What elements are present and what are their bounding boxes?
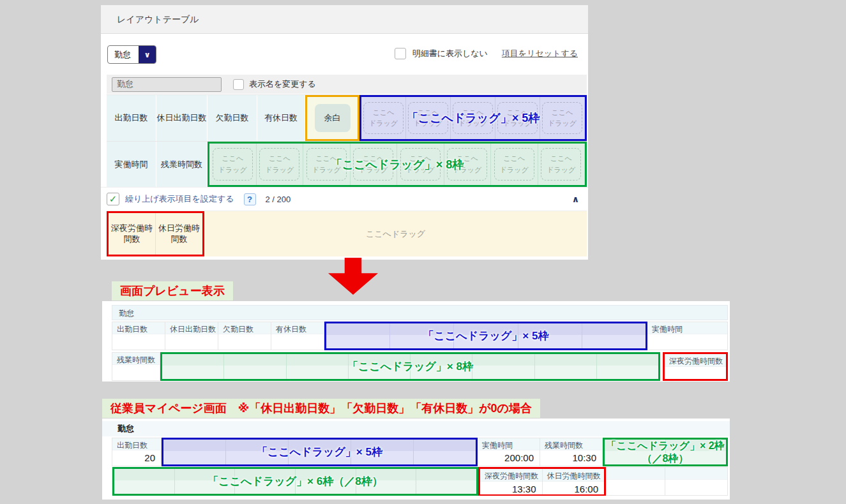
drag-placeholder: ここへドラッグ [447, 148, 487, 180]
annotation-orange-box: 余白 [305, 95, 359, 141]
mypage-section-label: 従業員マイページ画面 ※「休日出勤日数」「欠勤日数」「有休日数」が0の場合 [102, 399, 540, 418]
layout-table-panel: レイアウトテーブル 勤怠 ∨ 明細書に表示しない 項目をリセットする 表示名を変… [101, 5, 588, 260]
column-value [218, 334, 271, 350]
drag-placeholder-text: ここへ [363, 154, 384, 162]
drag-placeholder-text: ドラッグ [265, 166, 294, 174]
category-select[interactable]: 勤怠 ∨ [107, 45, 156, 64]
collapse-chevron-icon[interactable]: ∧ [572, 194, 579, 204]
drag-placeholder: ここへドラッグ [259, 148, 299, 180]
panel-title: レイアウトテーブル [101, 5, 588, 34]
column-value [665, 367, 726, 379]
preview-column: 実働時間 [647, 322, 728, 350]
drag-placeholder: ここへドラッグ [353, 148, 393, 180]
hide-on-statement-checkbox[interactable] [395, 48, 406, 59]
drag-target-cell[interactable]: ここへドラッグ [540, 97, 585, 139]
drag-target-cell[interactable]: ここへドラッグ [361, 97, 406, 139]
item-cell[interactable]: 休日出勤日数 [156, 95, 208, 141]
help-icon[interactable]: ? [244, 193, 256, 205]
mypage-column [606, 467, 665, 496]
mypage-panel: 勤怠 出勤日数 20 「ここへドラッグ」× 5枠 実働時間 200:00 残業時… [102, 419, 730, 500]
drag-target-cell[interactable]: ここへドラッグ [491, 144, 538, 185]
column-label: 残業時間数 [112, 352, 160, 365]
column-value [271, 334, 324, 350]
drag-placeholder-text: ここへ [222, 154, 243, 162]
check-icon: ✓ [109, 193, 117, 205]
drag-placeholder-text: ドラッグ [503, 119, 532, 127]
item-cell[interactable]: 欠勤日数 [208, 95, 257, 141]
mypage-column [665, 467, 728, 496]
drag-placeholder-text: ここへ [507, 108, 529, 116]
column-label: 実働時間 [478, 438, 540, 450]
rollup-checkbox[interactable]: ✓ [107, 193, 119, 205]
drag-target-cell[interactable]: ここへドラッグ [495, 97, 540, 139]
column-value [112, 334, 165, 350]
mypage-column: 深夜労働時間数 13:30 [480, 469, 543, 494]
display-name-bar: 表示名を変更する [107, 75, 587, 94]
column-value: 16:00 [543, 482, 605, 494]
preview-column: 有休日数 [271, 322, 324, 350]
preview-table-header: 勤怠 [112, 305, 728, 320]
drag-target-cell[interactable]: ここへドラッグ [406, 97, 451, 139]
column-label: 深夜労働時間数 [665, 354, 726, 367]
drag-target-cell[interactable]: ここへドラッグ [444, 144, 492, 185]
drag-placeholder-text: ドラッグ [414, 119, 442, 127]
drag-placeholder-text: ここへ [462, 108, 484, 116]
column-value [647, 334, 727, 350]
drag-target-cell[interactable]: ここへドラッグ [351, 144, 398, 185]
annotation-red-box: 深夜労働時間数 13:30 休日労働時間数 16:00 [478, 467, 606, 496]
drop-here-text: ここへドラッグ [366, 228, 425, 240]
drag-target-cell[interactable]: ここへドラッグ [257, 144, 304, 185]
item-cell[interactable]: 休日労働時間数 [156, 213, 202, 255]
drag-placeholder-text: ここへ [409, 154, 431, 162]
column-value [665, 480, 727, 496]
drag-placeholder: ここへドラッグ [541, 148, 581, 180]
item-cell[interactable]: 有休日数 [257, 95, 305, 141]
display-name-input[interactable] [112, 77, 222, 92]
preview-row-2: 残業時間数 「ここへドラッグ」× 8枠 深夜労働時間数 [112, 352, 728, 381]
preview-column: 欠勤日数 [218, 322, 271, 350]
drag-placeholder-text: ドラッグ [458, 119, 487, 127]
rollup-settings-row: ✓ 繰り上げ表示項目を設定する ? 2 / 200 ∧ [101, 187, 588, 211]
item-cell[interactable]: 実働時間 [107, 142, 156, 187]
preview-row-1: 出勤日数 休日出勤日数 欠勤日数 有休日数 「ここへドラッグ」× 5枠 [112, 322, 728, 350]
drag-target-cell[interactable]: ここへドラッグ [451, 97, 495, 139]
preview-column: 休日出勤日数 [165, 322, 218, 350]
annotation-green-box: ここへドラッグ ここへドラッグ ここへドラッグ ここへドラッグ ここへドラッグ … [208, 142, 587, 187]
change-display-name-checkbox[interactable] [233, 79, 244, 90]
column-label: 欠勤日数 [218, 322, 271, 334]
blank-item-cell[interactable]: 余白 [315, 104, 351, 132]
drag-placeholder-text: ここへ [269, 154, 291, 162]
drag-placeholder: ここへドラッグ [494, 148, 534, 180]
drag-placeholder: ここへドラッグ [542, 102, 582, 134]
annotation-green-box: 「ここへドラッグ」× 2枠 （／8枠） [603, 438, 728, 466]
annotation-blue-box: 「ここへドラッグ」× 5枠 [324, 322, 647, 350]
drag-placeholder-text: ドラッグ [500, 166, 529, 174]
drag-target-cell[interactable]: ここへドラッグ [397, 144, 444, 185]
annotation-green-box: 「ここへドラッグ」× 6枠（／8枠） [112, 467, 478, 496]
column-label [665, 467, 727, 480]
column-label: 有休日数 [271, 322, 324, 334]
drag-placeholder: ここへドラッグ [497, 102, 538, 134]
item-cell[interactable]: 深夜労働時間数 [109, 213, 156, 255]
item-cell[interactable]: 残業時間数 [156, 142, 208, 187]
drop-here-zone[interactable]: ここへドラッグ [204, 211, 587, 256]
column-value: 200:00 [478, 450, 540, 466]
preview-section-label: 画面プレビュー表示 [112, 281, 233, 300]
item-cell[interactable]: 出勤日数 [107, 95, 156, 141]
drag-target-cell[interactable]: ここへドラッグ [303, 144, 351, 185]
change-display-name-label: 表示名を変更する [249, 78, 316, 90]
drag-target-cell[interactable]: ここへドラッグ [538, 144, 585, 185]
reset-items-link[interactable]: 項目をリセットする [502, 48, 578, 59]
toolbar: 勤怠 ∨ 明細書に表示しない 項目をリセットする [101, 34, 588, 75]
mypage-column: 休日労働時間数 16:00 [543, 469, 605, 494]
mypage-table: 出勤日数 20 「ここへドラッグ」× 5枠 実働時間 200:00 残業時間数 … [112, 438, 728, 496]
drag-placeholder: ここへドラッグ [306, 148, 347, 180]
annotation-red-box: 深夜労働時間数 [663, 352, 728, 381]
column-label: 深夜労働時間数 [480, 469, 542, 482]
hide-on-statement-label: 明細書に表示しない [412, 48, 488, 59]
preview-panel: 勤怠 出勤日数 休日出勤日数 欠勤日数 有休日数 「ここへドラッグ」× [102, 301, 730, 382]
drag-placeholder: ここへドラッグ [408, 102, 448, 134]
drag-target-cell[interactable]: ここへドラッグ [209, 144, 257, 185]
column-value [606, 480, 665, 496]
toolbar-right: 明細書に表示しない 項目をリセットする [395, 48, 578, 59]
